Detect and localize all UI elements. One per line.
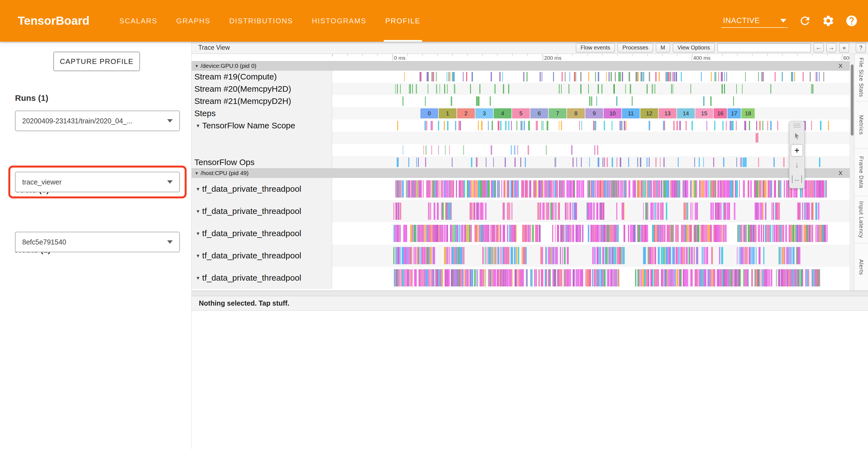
step-block-12[interactable]: 12 [640,108,658,118]
row-track-steps[interactable]: 0123456789101112131415161718 [332,107,850,119]
cpu-section-header[interactable]: ▾ /host:CPU (pid 49) X [192,169,850,178]
side-tab-file-size-stats[interactable]: File Size Stats [855,54,868,101]
nav-right-button[interactable]: → [826,43,836,53]
runs-select[interactable]: 20200409-231431/train/2020_04_... [15,111,180,131]
view-options-button[interactable]: View Options [673,43,715,53]
row-expander-threadpool-4[interactable]: ▾tf_data_private_threadpool [192,244,332,267]
panel-splitter[interactable] [192,291,868,296]
row-expander-tf-name-scope[interactable]: ▾TensorFlow Name Scope [192,119,332,132]
row-track-threadpool-4[interactable] [332,244,850,267]
step-block-18[interactable]: 18 [741,108,755,118]
step-block-17[interactable]: 17 [727,108,741,118]
step-block-0[interactable]: 0 [421,108,438,118]
pan-tool-button[interactable]: ↓ [791,159,803,171]
step-block-10[interactable]: 10 [603,108,621,118]
flow-events-button[interactable]: Flow events [576,43,615,53]
row-track-stream-21[interactable] [332,95,850,107]
capture-profile-button[interactable]: CAPTURE PROFILE [53,52,140,71]
side-tab-label: Alerts [858,259,864,275]
tab-profile[interactable]: PROFILE [384,0,422,42]
row-label-stream-20: Stream #20(MemcpyH2D) [192,83,332,95]
m-button[interactable]: M [656,43,670,53]
row-track-name-scope-sub-1[interactable] [332,132,850,144]
trace-search-input[interactable] [717,43,811,52]
tools-select[interactable]: trace_viewer [15,172,180,192]
nav-fast-forward-button[interactable]: » [839,43,849,53]
row-label-text: tf_data_private_threadpool [202,229,301,238]
row-track-stream-19[interactable] [332,70,850,83]
scrollbar-thumb[interactable] [851,64,854,136]
ruler-tick-label: 0 ms [393,55,405,61]
tab-scalars[interactable]: SCALARS [118,0,159,42]
step-block-2[interactable]: 2 [457,108,475,118]
row-track-tf-name-scope[interactable] [332,119,850,132]
trace-marks-canvas [332,83,850,95]
side-tab-input-latency[interactable]: Input Latency [855,196,868,244]
select-tool-button[interactable] [791,130,803,142]
side-tab-frame-data[interactable]: Frame Data [855,149,868,196]
chevron-down-icon [167,240,173,244]
row-label-text: tf_data_private_threadpool [202,251,301,260]
step-block-4[interactable]: 4 [494,108,512,118]
side-tab-label: File Size Stats [858,58,864,97]
gpu-section-header[interactable]: ▾ /device:GPU:0 (pid 0) X [192,61,850,70]
row-track-threadpool-5[interactable] [332,267,850,289]
step-block-1[interactable]: 1 [439,108,457,118]
settings-gear-icon[interactable] [822,14,835,27]
refresh-icon[interactable] [799,14,811,27]
side-tab-alerts[interactable]: Alerts [855,243,868,291]
nav-left-button[interactable]: ← [813,43,824,53]
row-track-threadpool-3[interactable] [332,222,850,244]
hosts-select[interactable]: 8efc5e791540 [15,232,180,252]
row-label-name-scope-sub-2 [192,144,332,156]
step-block-16[interactable]: 16 [714,108,727,118]
close-cpu-section-button[interactable]: X [839,170,842,176]
trace-row-threadpool-4: ▾tf_data_private_threadpool [192,244,850,267]
row-track-threadpool-2[interactable] [332,200,850,222]
row-expander-threadpool-1[interactable]: ▾tf_data_private_threadpool [192,178,332,200]
row-track-tensorflow-ops[interactable] [332,156,850,169]
trace-view-title: Trace View [198,44,230,51]
step-block-15[interactable]: 15 [695,108,713,118]
trace-row-stream-21: Stream #21(MemcpyD2H) [192,95,850,107]
collapse-arrow-icon: ▾ [195,170,198,176]
trace-row-threadpool-3: ▾tf_data_private_threadpool [192,222,850,244]
timeline-ruler: 0 ms200 ms400 ms600 [192,54,850,61]
step-block-6[interactable]: 6 [530,108,548,118]
step-block-8[interactable]: 8 [567,108,585,118]
chevron-down-icon [780,19,786,23]
step-block-7[interactable]: 7 [549,108,566,118]
trace-help-button[interactable]: ? [856,43,866,53]
palette-drag-handle[interactable] [793,124,801,127]
vertical-scrollbar[interactable] [850,54,854,291]
step-block-14[interactable]: 14 [677,108,695,118]
trace-row-tensorflow-ops: TensorFlow Ops [192,156,850,169]
side-tab-metrics[interactable]: Metrics [855,101,868,149]
step-block-9[interactable]: 9 [585,108,603,118]
timing-tool-button[interactable]: ↔ [791,173,803,185]
close-gpu-section-button[interactable]: X [839,62,842,69]
row-expander-threadpool-5[interactable]: ▾tf_data_private_threadpool [192,267,332,289]
row-expander-threadpool-3[interactable]: ▾tf_data_private_threadpool [192,222,332,244]
help-icon[interactable] [845,14,858,27]
tab-histograms[interactable]: HISTOGRAMS [310,0,368,42]
step-block-11[interactable]: 11 [622,108,640,118]
row-track-name-scope-sub-2[interactable] [332,144,850,156]
row-expander-threadpool-2[interactable]: ▾tf_data_private_threadpool [192,200,332,222]
cursor-arrow-icon [793,132,801,140]
tab-distributions[interactable]: DISTRIBUTIONS [228,0,294,42]
step-block-13[interactable]: 13 [659,108,676,118]
row-track-stream-20[interactable] [332,83,850,95]
ruler-tick-label: 400 ms [692,55,710,61]
trace-marks-canvas [332,70,850,83]
zoom-tool-button[interactable]: + [791,144,803,156]
step-block-5[interactable]: 5 [512,108,530,118]
row-track-threadpool-1[interactable] [332,178,850,200]
trace-row-steps: Steps0123456789101112131415161718 [192,107,850,119]
status-dropdown[interactable]: INACTIVE [721,14,788,28]
step-block-3[interactable]: 3 [475,108,493,118]
processes-button[interactable]: Processes [618,43,653,53]
trace-toolbar: Trace View Flow events Processes M View … [192,42,868,54]
chevron-down-icon [167,180,173,184]
tab-graphs[interactable]: GRAPHS [175,0,212,42]
